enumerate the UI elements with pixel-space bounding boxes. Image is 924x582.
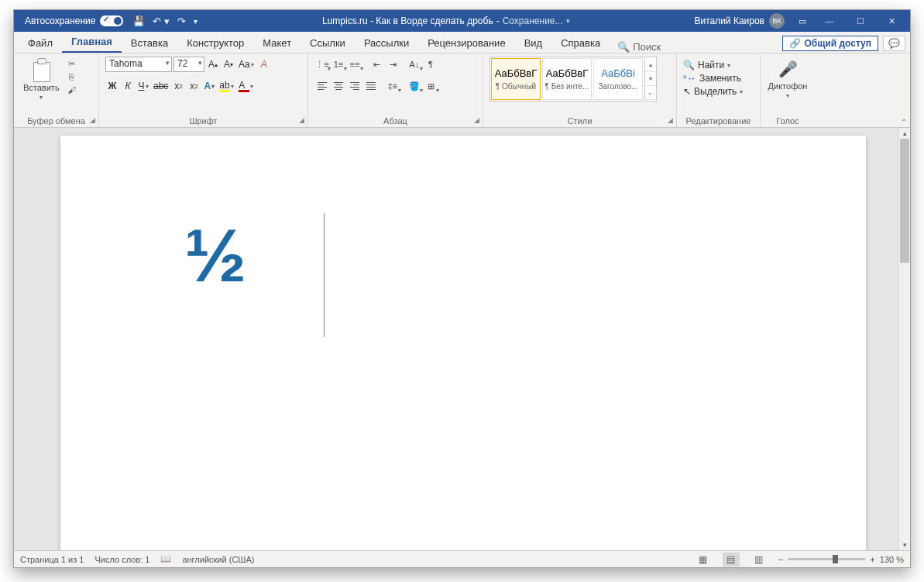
tab-layout[interactable]: Макет [253,33,301,53]
align-center-button[interactable] [331,78,346,94]
print-layout-button[interactable]: ▤ [723,553,740,567]
align-right-button[interactable] [347,78,362,94]
superscript-button[interactable]: x2 [187,78,201,94]
search-button[interactable]: 🔍 Поиск [610,41,668,53]
cut-button[interactable]: ✂ [66,58,78,69]
page-indicator[interactable]: Страница 1 из 1 [20,555,84,564]
numbering-button[interactable]: 1≡ [331,57,346,72]
group-clipboard: Вставить ▾ ✂ ⎘ 🖌 Буфер обмена ◢ [14,53,99,127]
zoom-slider[interactable] [788,558,865,560]
zoom-in-button[interactable]: + [870,555,874,564]
zoom-level[interactable]: 130 % [880,555,904,564]
italic-button[interactable]: К [121,78,135,94]
dictate-button[interactable]: 🎤 Диктофон ▾ [765,57,811,101]
tab-mailings[interactable]: Рассылки [355,33,418,53]
search-icon: 🔍 [617,41,630,53]
increase-indent-button[interactable]: ⇥ [385,57,400,72]
paste-button[interactable]: Вставить ▾ [20,57,63,102]
share-button[interactable]: 🔗 Общий доступ [782,36,878,51]
microphone-icon: 🎤 [779,58,796,80]
titlebar: Автосохранение ✓ 💾 ↶ ▾ ↷ ▾ Lumpics.ru - … [14,10,910,32]
collapse-ribbon-button[interactable]: ⌃ [898,116,910,127]
language-indicator[interactable]: английский (США) [182,555,254,564]
scroll-thumb[interactable] [900,139,909,263]
spellcheck-icon[interactable]: 📖 [160,554,171,564]
page[interactable]: ½ [60,136,866,550]
zoom-out-button[interactable]: − [778,555,783,564]
font-launcher[interactable]: ◢ [299,116,304,124]
copy-button[interactable]: ⎘ [66,71,78,82]
tab-help[interactable]: Справка [551,33,610,53]
redo-icon[interactable]: ↷ [177,15,186,27]
tab-design[interactable]: Конструктор [177,33,253,53]
comments-button[interactable]: 💬 [883,36,905,51]
tab-file[interactable]: Файл [19,33,62,53]
font-size-combo[interactable]: 72 [173,57,204,72]
zoom-thumb[interactable] [833,555,838,563]
tab-insert[interactable]: Вставка [122,33,177,53]
document-area[interactable]: ½ ▴ ▾ [14,128,910,550]
strike-button[interactable]: abc [152,78,170,94]
maximize-button[interactable]: ☐ [845,10,876,32]
change-case-button[interactable]: Aa [237,57,256,72]
font-name-combo[interactable]: Tahoma [105,57,172,72]
grow-font-button[interactable]: A▴ [206,57,220,72]
undo-icon[interactable]: ↶ ▾ [153,15,170,27]
line-spacing-button[interactable]: ‡≡ [385,78,400,94]
scroll-up-icon[interactable]: ▴ [898,128,910,139]
document-text[interactable]: ½ [184,213,246,298]
styles-launcher[interactable]: ◢ [668,116,673,124]
vertical-scrollbar[interactable]: ▴ ▾ [898,128,910,550]
shrink-font-button[interactable]: A▾ [222,57,235,72]
tab-home[interactable]: Главная [62,32,122,53]
show-marks-button[interactable]: ¶ [423,57,438,72]
style-no-spacing[interactable]: АаБбВвГ ¶ Без инте... [542,58,592,100]
replace-button[interactable]: ᵃ↔Заменить [683,73,743,84]
title-dropdown-icon[interactable]: ▾ [566,17,570,25]
select-button[interactable]: ↖Выделить▾ [683,86,743,97]
close-button[interactable]: ✕ [876,10,907,32]
decrease-indent-button[interactable]: ⇤ [369,57,384,72]
qat-more-icon[interactable]: ▾ [194,17,198,26]
style-normal[interactable]: АаБбВвГ ¶ Обычный [491,58,541,100]
scroll-down-icon[interactable]: ▾ [898,539,910,550]
bullets-button[interactable]: ⋮≡ [314,57,330,72]
text-effects-button[interactable]: A [202,78,216,94]
subscript-button[interactable]: x2 [171,78,185,94]
styles-gallery[interactable]: АаБбВвГ ¶ Обычный АаБбВвГ ¶ Без инте... … [489,57,657,102]
shading-button[interactable]: 🪣 [407,78,422,94]
paragraph-launcher[interactable]: ◢ [474,116,479,124]
multilevel-button[interactable]: ≡≡ [347,57,362,72]
web-layout-button[interactable]: ▥ [751,553,768,567]
clear-format-button[interactable]: A [257,57,271,72]
format-painter-button[interactable]: 🖌 [66,84,78,95]
clipboard-launcher[interactable]: ◢ [90,116,95,124]
justify-button[interactable] [363,78,379,94]
highlight-button[interactable]: ab [218,78,235,94]
minimize-button[interactable]: ― [814,10,845,32]
tab-view[interactable]: Вид [515,33,552,53]
ribbon-options-icon[interactable]: ▭ [791,10,814,32]
style-heading1[interactable]: АаБбВі Заголово... [593,58,643,100]
read-mode-button[interactable]: ▦ [695,553,712,567]
autosave-label: Автосохранение [25,15,95,26]
tab-review[interactable]: Рецензирование [418,33,514,53]
font-color-button[interactable]: A [237,78,255,94]
autosave-toggle[interactable]: ✓ [100,15,123,26]
ribbon: Вставить ▾ ✂ ⎘ 🖌 Буфер обмена ◢ Tahoma 7… [14,53,910,128]
group-editing: 🔍Найти▾ ᵃ↔Заменить ↖Выделить▾ Редактиров… [677,53,761,127]
bold-button[interactable]: Ж [105,78,119,94]
user-name[interactable]: Виталий Каиров [694,15,764,26]
styles-more[interactable]: ▴▾⌄ [644,58,655,100]
align-left-button[interactable] [314,78,330,94]
save-status: Сохранение... [503,15,563,26]
word-count[interactable]: Число слов: 1 [94,555,149,564]
avatar[interactable]: ВК [769,13,785,29]
sort-button[interactable]: A↓ [407,57,422,72]
find-button[interactable]: 🔍Найти▾ [683,60,743,71]
group-styles: АаБбВвГ ¶ Обычный АаБбВвГ ¶ Без инте... … [483,53,677,127]
underline-button[interactable]: Ч [136,78,150,94]
save-icon[interactable]: 💾 [132,15,145,27]
borders-button[interactable]: ⊞ [423,78,438,94]
tab-references[interactable]: Ссылки [301,33,355,53]
